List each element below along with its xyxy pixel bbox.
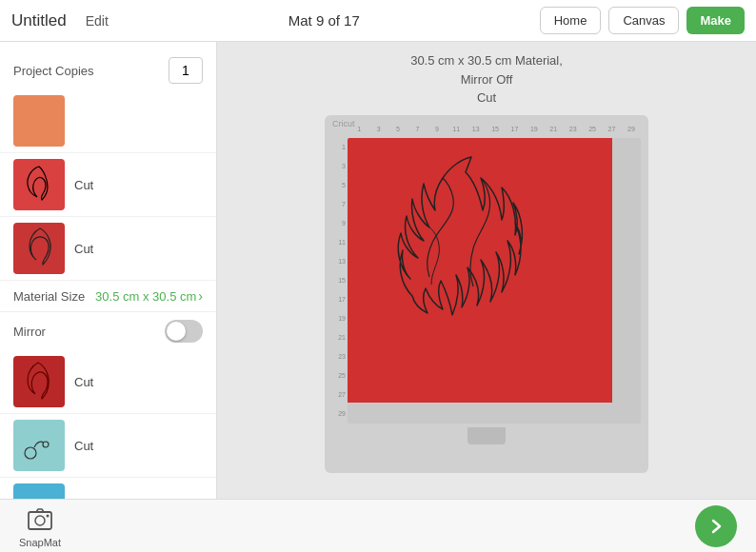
material-thumb-darkred xyxy=(13,356,65,407)
rl-23: 23 xyxy=(332,347,348,366)
hair-icon-2 xyxy=(13,223,65,274)
mat-red-surface xyxy=(348,138,612,403)
mat-container: Cricut 1 3 5 7 9 11 13 15 17 19 21 23 25 xyxy=(325,115,648,473)
rn-7: 7 xyxy=(408,126,427,132)
mat-bottom-grip xyxy=(468,427,506,444)
toggle-knob xyxy=(167,322,186,341)
rl-19: 19 xyxy=(332,309,348,328)
rn-17: 17 xyxy=(505,126,524,132)
project-copies-input[interactable] xyxy=(169,57,203,84)
material-label-red2: Cut xyxy=(74,242,93,256)
rl-13: 13 xyxy=(332,252,348,271)
rn-11: 11 xyxy=(447,126,466,132)
rn-27: 27 xyxy=(602,126,621,132)
material-card-darkred: Cut xyxy=(0,350,216,414)
home-button[interactable]: Home xyxy=(540,7,602,34)
edit-button[interactable]: Edit xyxy=(86,13,109,29)
mat-info-line3: Cut xyxy=(410,89,563,108)
rl-11: 11 xyxy=(332,233,348,252)
continue-arrow-icon xyxy=(706,516,726,537)
svg-point-4 xyxy=(47,514,50,517)
ruler-top: 1 3 5 7 9 11 13 15 17 19 21 23 25 27 29 xyxy=(332,123,641,136)
material-card-teal: Cut xyxy=(0,414,216,478)
mat-surface xyxy=(348,138,641,424)
header-left: Untitled Edit xyxy=(11,11,109,30)
material-size-row: Material Size 30.5 cm x 30.5 cm › xyxy=(0,281,216,311)
rn-21: 21 xyxy=(544,126,563,132)
material-size-label: Material Size xyxy=(13,289,85,304)
canvas-button[interactable]: Canvas xyxy=(608,7,679,34)
sidebar: Project Copies Cut Cut xyxy=(0,42,217,499)
material-size-value[interactable]: 30.5 cm x 30.5 cm › xyxy=(95,288,203,304)
material-thumb-blue xyxy=(13,483,65,499)
mat-info-line2: Mirror Off xyxy=(410,70,563,89)
rn-15: 15 xyxy=(486,126,505,132)
material-thumb-red1 xyxy=(13,159,65,210)
rn-29: 29 xyxy=(622,126,641,132)
ruler-left: 1 3 5 7 9 11 13 15 17 19 21 23 25 27 29 xyxy=(332,138,348,424)
rn-19: 19 xyxy=(525,126,544,132)
make-button[interactable]: Make xyxy=(686,7,745,34)
material-label-red1: Cut xyxy=(74,178,93,192)
rl-27: 27 xyxy=(332,385,348,404)
cricut-label: Cricut xyxy=(332,119,355,128)
snapmat-label: SnapMat xyxy=(19,537,61,548)
snapmat-icon xyxy=(25,504,55,535)
rl-5: 5 xyxy=(332,176,348,195)
material-card-red2: Cut xyxy=(0,217,216,281)
mat-info-line1: 30.5 cm x 30.5 cm Material, xyxy=(410,51,563,70)
header-actions: Home Canvas Make xyxy=(540,7,745,34)
continue-button[interactable] xyxy=(695,505,737,547)
chevron-right-icon: › xyxy=(198,288,203,304)
mirror-label: Mirror xyxy=(13,325,46,339)
rl-7: 7 xyxy=(332,195,348,214)
svg-point-1 xyxy=(43,442,49,447)
material-card-orange xyxy=(0,89,216,153)
rn-23: 23 xyxy=(563,126,582,132)
main-content: Project Copies Cut Cut xyxy=(0,42,756,499)
header: Untitled Edit Mat 9 of 17 Home Canvas Ma… xyxy=(0,0,756,42)
rl-1: 1 xyxy=(332,138,348,157)
mat-body: 1 3 5 7 9 11 13 15 17 19 21 23 25 27 29 xyxy=(332,138,641,424)
footer: SnapMat xyxy=(0,499,756,552)
rl-3: 3 xyxy=(332,157,348,176)
material-card-red1: Cut xyxy=(0,153,216,217)
mirror-toggle[interactable] xyxy=(165,320,203,343)
rn-5: 5 xyxy=(388,126,408,132)
material-label-teal: Cut xyxy=(74,439,93,453)
rn-3: 3 xyxy=(368,126,388,132)
rl-9: 9 xyxy=(332,214,348,233)
project-copies-row: Project Copies xyxy=(0,51,216,89)
material-thumb-orange xyxy=(13,95,65,147)
material-thumb-teal xyxy=(13,420,65,471)
rl-21: 21 xyxy=(332,328,348,347)
mirror-row: Mirror xyxy=(0,311,216,350)
snapmat-button[interactable]: SnapMat xyxy=(19,504,61,548)
svg-point-0 xyxy=(25,447,36,459)
mat-info: 30.5 cm x 30.5 cm Material, Mirror Off C… xyxy=(410,51,563,108)
material-label-darkred: Cut xyxy=(74,375,93,389)
hair-icon-3 xyxy=(13,356,65,407)
svg-point-3 xyxy=(35,516,45,525)
hair-icon-1 xyxy=(13,159,65,210)
teal-icon xyxy=(13,420,65,471)
rl-29: 29 xyxy=(332,404,348,424)
app-title: Untitled xyxy=(11,11,67,30)
rn-25: 25 xyxy=(583,126,602,132)
canvas-area: 30.5 cm x 30.5 cm Material, Mirror Off C… xyxy=(217,42,756,499)
rn-9: 9 xyxy=(428,126,447,132)
project-copies-label: Project Copies xyxy=(13,64,94,78)
material-thumb-red2 xyxy=(13,223,65,274)
ruler-numbers-top: 1 3 5 7 9 11 13 15 17 19 21 23 25 27 29 xyxy=(349,126,641,132)
rn-13: 13 xyxy=(466,126,485,132)
rl-17: 17 xyxy=(332,290,348,309)
rl-15: 15 xyxy=(332,271,348,290)
mat-progress: Mat 9 of 17 xyxy=(288,12,360,29)
rl-25: 25 xyxy=(332,366,348,385)
material-card-blue: Cut xyxy=(0,478,216,499)
cut-design-svg xyxy=(348,138,612,403)
